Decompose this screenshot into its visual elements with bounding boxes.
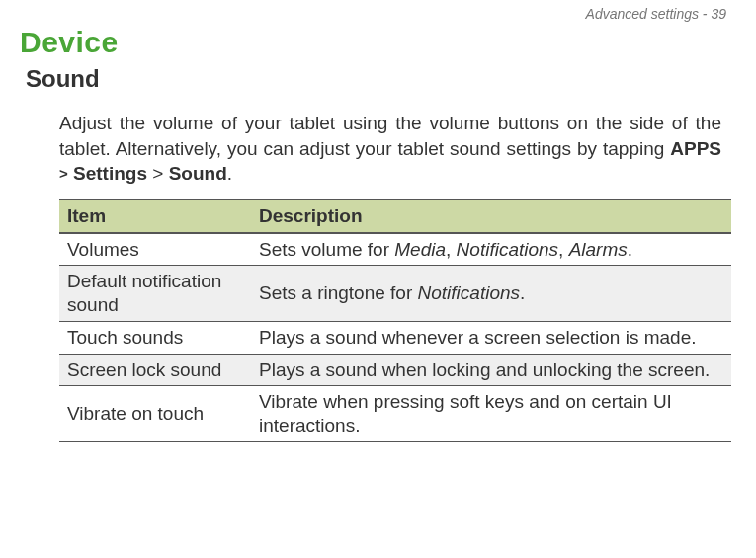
table-header-description: Description <box>251 199 731 233</box>
table-row: Touch soundsPlays a sound whenever a scr… <box>59 321 731 354</box>
table-cell-description: Sets a ringtone for Notifications. <box>251 266 731 322</box>
heading-device: Device <box>20 26 726 59</box>
table-cell-item: Touch sounds <box>59 321 251 354</box>
intro-sound: Sound <box>169 163 227 184</box>
italic-term: Alarms <box>569 239 628 260</box>
settings-table: Item Description VolumesSets volume for … <box>59 199 731 442</box>
table-cell-item: Vibrate on touch <box>59 386 251 442</box>
table-row: Screen lock soundPlays a sound when lock… <box>59 354 731 386</box>
table-cell-description: Plays a sound whenever a screen selectio… <box>251 321 731 354</box>
table-row: VolumesSets volume for Media, Notificati… <box>59 233 731 266</box>
italic-term: Notifications <box>418 282 521 303</box>
italic-term: Media <box>394 239 446 260</box>
table-cell-item: Screen lock sound <box>59 354 251 386</box>
table-cell-item: Volumes <box>59 233 251 266</box>
page-header: Advanced settings - 39 <box>0 0 756 26</box>
breadcrumb-sep-1: > <box>59 165 68 182</box>
table-cell-description: Vibrate when pressing soft keys and on c… <box>251 386 731 442</box>
table-cell-item: Default notification sound <box>59 266 251 322</box>
heading-sound: Sound <box>26 65 726 93</box>
table-cell-description: Sets volume for Media, Notifications, Al… <box>251 233 731 266</box>
table-row: Vibrate on touchVibrate when pressing so… <box>59 386 731 442</box>
breadcrumb-sep-2: > <box>152 163 163 184</box>
table-header-item: Item <box>59 199 251 233</box>
italic-term: Notifications <box>457 239 559 260</box>
table-cell-description: Plays a sound when locking and unlocking… <box>251 354 731 386</box>
intro-paragraph: Adjust the volume of your tablet using t… <box>59 111 721 187</box>
intro-settings: Settings <box>73 163 147 184</box>
intro-text-pre: Adjust the volume of your tablet using t… <box>59 113 721 159</box>
table-row: Default notification soundSets a rington… <box>59 266 731 322</box>
intro-period: . <box>227 163 232 184</box>
intro-apps: APPS <box>670 138 721 159</box>
